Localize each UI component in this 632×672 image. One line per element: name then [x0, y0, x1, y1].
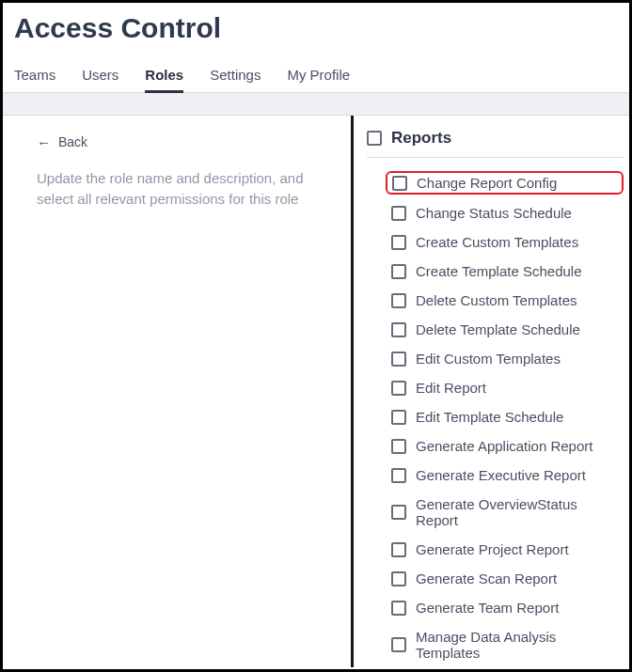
permission-label: Create Template Schedule [416, 263, 582, 279]
permission-checkbox[interactable] [391, 542, 406, 557]
back-label: Back [58, 134, 87, 149]
permission-checkbox[interactable] [391, 505, 406, 520]
section-title: Reports [391, 129, 451, 148]
permission-item[interactable]: Generate Team Report [386, 597, 624, 618]
tab-my-profile[interactable]: My Profile [287, 67, 350, 92]
permission-checkbox[interactable] [391, 468, 406, 483]
permission-item[interactable]: Generate OverviewStatus Report [386, 493, 624, 531]
permission-checkbox[interactable] [391, 322, 406, 337]
permission-item[interactable]: Generate Application Report [386, 435, 624, 457]
tab-teams[interactable]: Teams [14, 67, 55, 92]
permission-item[interactable]: Change Report Config [386, 171, 624, 195]
permission-label: Change Status Schedule [416, 205, 572, 221]
permissions-panel: Reports Change Report ConfigChange Statu… [354, 116, 629, 667]
permission-item[interactable]: Generate Executive Report [386, 464, 624, 486]
permission-checkbox[interactable] [391, 264, 406, 279]
main: ← Back Update the role name and descript… [3, 116, 629, 667]
role-edit-description: Update the role name and description, an… [37, 168, 328, 210]
permissions-list: Change Report ConfigChange Status Schedu… [367, 171, 624, 667]
permission-checkbox[interactable] [391, 206, 406, 221]
permission-item[interactable]: Delete Template Schedule [386, 319, 624, 340]
tab-users[interactable]: Users [82, 67, 118, 92]
permission-label: Create Custom Templates [416, 234, 578, 250]
permission-label: Generate Project Report [416, 541, 569, 557]
permission-checkbox[interactable] [391, 637, 406, 652]
arrow-left-icon: ← [37, 135, 51, 149]
permission-label: Generate Executive Report [416, 467, 586, 483]
permission-label: Delete Custom Templates [416, 292, 577, 308]
permission-item[interactable]: Manage Data Analysis Templates [386, 626, 624, 664]
permission-checkbox[interactable] [391, 439, 406, 454]
permission-checkbox[interactable] [391, 293, 406, 308]
permission-label: Edit Custom Templates [416, 351, 561, 367]
page-title: Access Control [3, 3, 629, 52]
permission-checkbox[interactable] [391, 571, 406, 586]
section-checkbox[interactable] [367, 131, 382, 146]
permission-item[interactable]: Delete Custom Templates [386, 289, 624, 311]
permission-item[interactable]: Edit Template Schedule [386, 406, 624, 428]
permission-item[interactable]: Change Status Schedule [386, 202, 624, 224]
permission-label: Edit Report [416, 380, 486, 396]
permission-checkbox[interactable] [391, 352, 406, 367]
permission-item[interactable]: Create Custom Templates [386, 231, 624, 253]
permission-checkbox[interactable] [391, 235, 406, 250]
permission-item[interactable]: Edit Report [386, 377, 624, 399]
permission-label: Generate OverviewStatus Report [416, 496, 618, 528]
permissions-section-header[interactable]: Reports [367, 129, 624, 158]
permission-label: Delete Template Schedule [416, 321, 580, 337]
permission-checkbox[interactable] [391, 601, 406, 616]
permission-label: Generate Team Report [416, 600, 559, 616]
permission-checkbox[interactable] [392, 176, 407, 191]
tab-settings[interactable]: Settings [210, 67, 261, 92]
permission-item[interactable]: Create Template Schedule [386, 260, 624, 282]
back-button[interactable]: ← Back [37, 134, 328, 149]
band [3, 93, 629, 116]
permission-label: Generate Scan Report [416, 570, 557, 586]
permission-checkbox[interactable] [391, 410, 406, 425]
permission-label: Change Report Config [417, 175, 557, 191]
permission-item[interactable]: Generate Scan Report [386, 568, 624, 589]
permission-item[interactable]: Generate Project Report [386, 539, 624, 560]
left-panel: ← Back Update the role name and descript… [3, 116, 351, 667]
permission-label: Manage Data Analysis Templates [416, 629, 618, 661]
permission-checkbox[interactable] [391, 381, 406, 396]
tabs-bar: TeamsUsersRolesSettingsMy Profile [3, 52, 629, 93]
tab-roles[interactable]: Roles [145, 67, 183, 92]
permission-item[interactable]: Edit Custom Templates [386, 348, 624, 369]
permission-label: Generate Application Report [416, 438, 592, 454]
permission-label: Edit Template Schedule [416, 409, 563, 425]
